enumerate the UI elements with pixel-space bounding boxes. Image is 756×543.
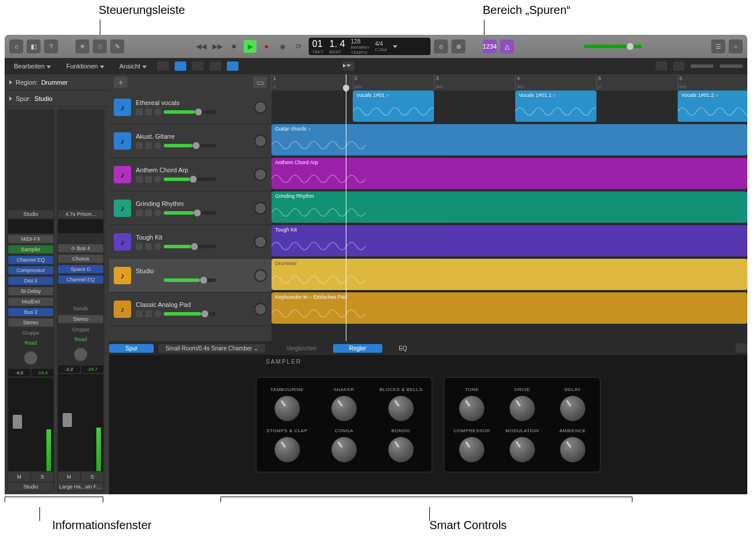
knob-modulation[interactable]: MODULATION <box>504 428 541 462</box>
list-icon[interactable]: ☰ <box>711 39 725 53</box>
region[interactable]: Vocals 1#01.1 ○ <box>515 91 596 122</box>
track-header[interactable]: ♪ Ethereal vocals <box>109 91 272 124</box>
pointer-tool-icon[interactable]: ▸ <box>343 61 355 71</box>
track-header[interactable]: ♪ Anthem Chord Arp <box>109 158 272 191</box>
track-volume-slider[interactable] <box>164 110 216 114</box>
region[interactable]: Guitar chords ○ <box>272 124 747 155</box>
ruler[interactable]: 1C2Dm3Am4Am5C6Dm <box>272 74 747 91</box>
pan-knob[interactable] <box>23 350 38 365</box>
rec-icon[interactable] <box>154 310 161 317</box>
rec-icon[interactable] <box>154 209 161 216</box>
rec-icon[interactable] <box>154 108 161 115</box>
rec-icon[interactable] <box>154 176 161 183</box>
eq-thumbnail[interactable] <box>8 219 53 233</box>
knob-bongo[interactable]: BONGO <box>379 428 422 462</box>
fader[interactable] <box>8 378 53 471</box>
region[interactable]: Tough Kit <box>272 225 747 256</box>
track-header[interactable]: ♪ Tough Kit <box>109 225 272 259</box>
flex-icon[interactable] <box>209 61 221 71</box>
add-track-button[interactable]: + <box>114 77 128 88</box>
knob[interactable] <box>388 437 414 462</box>
knob[interactable] <box>274 437 300 462</box>
knob-tone[interactable]: TONE <box>454 387 490 421</box>
view-menu[interactable]: Ansicht <box>115 61 151 71</box>
knob-conga[interactable]: CONGA <box>323 428 366 462</box>
knob-drive[interactable]: DRIVE <box>504 387 541 421</box>
track-header[interactable]: ♪ Studio <box>109 259 272 292</box>
mute-icon[interactable] <box>136 310 143 317</box>
track-pan-knob[interactable] <box>254 269 267 282</box>
record-button[interactable]: ● <box>260 40 273 53</box>
track-header[interactable]: ♪ Grinding Rhythm <box>109 191 272 225</box>
playhead[interactable] <box>346 74 346 341</box>
mute-button[interactable]: M <box>58 472 80 482</box>
edit-menu[interactable]: Bearbeiten <box>9 61 56 71</box>
track-pan-knob[interactable] <box>254 202 267 215</box>
track-volume-slider[interactable] <box>164 245 216 248</box>
arpeggiator-icon[interactable] <box>736 343 747 353</box>
knob[interactable] <box>331 437 357 462</box>
knob[interactable] <box>560 437 585 462</box>
knob-compressor[interactable]: COMPRESSOR <box>454 428 490 462</box>
functions-menu[interactable]: Funktionen <box>62 61 109 71</box>
mute-icon[interactable] <box>136 277 143 284</box>
track-pan-knob[interactable] <box>254 135 267 147</box>
mute-icon[interactable] <box>136 243 143 250</box>
solo-button[interactable]: S <box>81 472 103 482</box>
inspector-icon[interactable]: ◧ <box>27 39 41 53</box>
track-volume-slider[interactable] <box>164 144 216 147</box>
editor-icon[interactable]: ✎ <box>110 39 124 53</box>
tab-spur[interactable]: Spur <box>109 344 154 353</box>
compare-button[interactable]: Vergleichen <box>270 344 332 353</box>
cycle-button[interactable]: ◉ <box>276 40 289 53</box>
knob[interactable] <box>509 396 535 421</box>
eq-thumbnail[interactable] <box>58 219 103 233</box>
solo-icon[interactable] <box>145 209 152 216</box>
library-icon[interactable]: ♫ <box>9 39 23 53</box>
metronome-icon[interactable]: △ <box>500 39 514 53</box>
mixer-icon[interactable]: ⎍ <box>93 39 107 53</box>
knob[interactable] <box>459 437 484 462</box>
solo-icon[interactable] <box>145 176 152 183</box>
regions-area[interactable]: Vocals 1#01 ○Vocals 1#01.1 ○Vocals 1#01.… <box>272 91 747 341</box>
track-volume-slider[interactable] <box>164 211 216 215</box>
solo-icon[interactable] <box>145 310 152 317</box>
knob-shaker[interactable]: SHAKER <box>323 387 366 421</box>
knob[interactable] <box>274 396 300 421</box>
notes-icon[interactable]: ○ <box>729 39 743 53</box>
replace-button[interactable]: ⟳ <box>292 40 305 53</box>
solo-icon[interactable] <box>145 142 152 149</box>
track-header[interactable]: Spur:Studio <box>5 91 109 107</box>
grid-icon[interactable] <box>157 61 169 71</box>
track-pan-knob[interactable] <box>254 168 267 181</box>
region[interactable]: Drummer <box>272 259 747 290</box>
loop-icon[interactable] <box>227 61 238 71</box>
track-header[interactable]: ♪ Akust. Gitarre <box>109 124 272 158</box>
solo-button[interactable]: S <box>31 472 53 482</box>
tab-regler[interactable]: Regler <box>333 344 382 353</box>
list-view-icon[interactable] <box>175 61 186 71</box>
knob-stomps-clap[interactable]: STOMPS & CLAP <box>266 428 309 462</box>
tuner-icon[interactable]: ⎋ <box>434 39 448 53</box>
knob[interactable] <box>560 396 585 421</box>
track-volume-slider[interactable] <box>164 278 216 282</box>
v-zoom-slider[interactable] <box>690 64 714 68</box>
track-volume-slider[interactable] <box>164 312 216 316</box>
rec-icon[interactable] <box>154 243 161 250</box>
preset-selector[interactable]: Small Room/0.4s Snare Chamber ⌄ <box>158 344 265 353</box>
quick-help-icon[interactable]: ☀ <box>75 39 89 53</box>
tab-eq[interactable]: EQ <box>382 344 423 353</box>
mute-icon[interactable] <box>136 142 143 149</box>
chevron-down-icon[interactable] <box>393 45 397 48</box>
track-pan-knob[interactable] <box>254 303 267 316</box>
rec-icon[interactable] <box>154 277 161 284</box>
track-volume-slider[interactable] <box>164 178 216 181</box>
knob-tambourine[interactable]: TAMBOURINE <box>266 387 309 421</box>
knob-ambience[interactable]: AMBIENCE <box>555 428 591 462</box>
region[interactable]: Anthem Chord Arp <box>272 158 747 189</box>
global-tracks-button[interactable]: ▭ <box>253 77 267 88</box>
solo-icon[interactable] <box>145 277 152 284</box>
knob[interactable] <box>331 396 357 421</box>
knob[interactable] <box>388 396 414 421</box>
help-icon[interactable]: ? <box>44 39 58 53</box>
